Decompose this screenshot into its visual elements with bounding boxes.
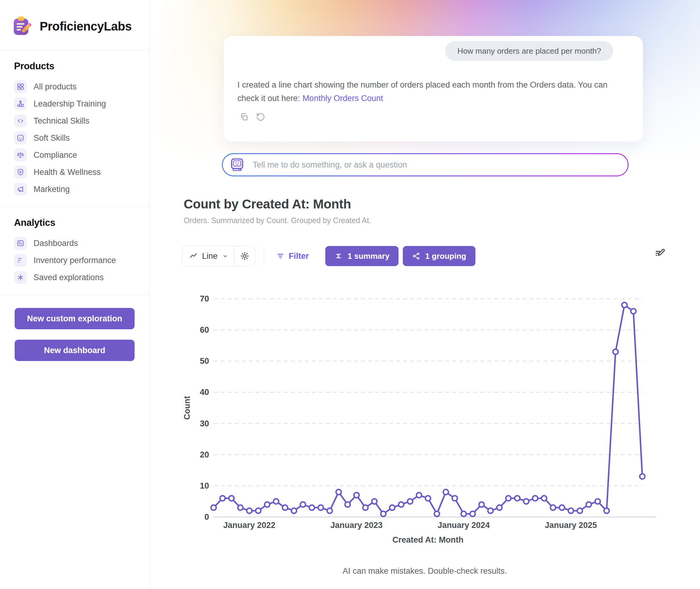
products-section: Products All products Leaders — [0, 50, 149, 207]
assistant-message: I created a line chart showing the numbe… — [237, 78, 619, 105]
scales-icon — [14, 149, 27, 162]
proficiencylabs-logo-icon — [10, 15, 34, 38]
grouping-label: 1 grouping — [425, 251, 466, 261]
sidebar-buttons: New custom exploration New dashboard — [0, 295, 149, 374]
filter-button[interactable]: Filter — [272, 251, 312, 261]
sidebar: ProficiencyLabs Products All products — [0, 0, 150, 589]
analytics-section: Analytics Dashboards Inventory performan… — [0, 207, 149, 295]
svg-text:70: 70 — [200, 294, 209, 304]
summary-label: 1 summary — [347, 251, 389, 261]
svg-text:50: 50 — [200, 357, 209, 366]
svg-text:Count: Count — [183, 396, 192, 420]
assistant-message-text: I created a line chart showing the numbe… — [237, 80, 608, 103]
app-window: ProficiencyLabs Products All products — [0, 0, 700, 589]
sidebar-item-label: Marketing — [34, 185, 70, 194]
svg-text:January 2024: January 2024 — [438, 521, 490, 530]
filter-icon — [276, 252, 285, 260]
products-heading: Products — [14, 61, 137, 72]
gear-icon — [240, 251, 249, 261]
copy-icon[interactable] — [240, 112, 249, 122]
svg-text:January 2023: January 2023 — [330, 521, 383, 530]
edit-chart-button[interactable] — [654, 248, 666, 259]
chart-type-box: Line — [182, 246, 255, 266]
edit-pencil-icon — [654, 248, 666, 259]
sidebar-item-soft-skills[interactable]: Soft Skills — [14, 132, 137, 144]
sidebar-item-label: Saved explorations — [34, 273, 104, 282]
sidebar-item-all-products[interactable]: All products — [14, 80, 137, 93]
message-actions — [240, 112, 265, 122]
sidebar-item-technical-skills[interactable]: Technical Skills — [14, 115, 137, 127]
line-chart-icon — [189, 252, 198, 260]
asterisk-icon — [14, 271, 27, 284]
filter-lines-icon — [14, 254, 27, 267]
chart-type-dropdown[interactable]: Line — [183, 246, 234, 266]
svg-text:0: 0 — [204, 513, 209, 522]
main-content: How many orders are placed per month? I … — [150, 0, 700, 589]
filter-label: Filter — [289, 251, 309, 261]
smiley-icon — [14, 132, 27, 144]
sidebar-item-label: Dashboards — [34, 239, 78, 248]
sidebar-item-marketing[interactable]: Marketing — [14, 183, 137, 196]
svg-text:10: 10 — [200, 481, 209, 490]
grouping-button[interactable]: 1 grouping — [403, 246, 475, 266]
chart-controls: Line — [182, 246, 475, 266]
sidebar-item-label: Technical Skills — [34, 116, 89, 126]
dashboard-icon — [14, 237, 27, 250]
sidebar-item-compliance[interactable]: Compliance — [14, 149, 137, 162]
chart-area: 010203040506070January 2022January 2023J… — [171, 284, 700, 552]
new-dashboard-button[interactable]: New dashboard — [15, 340, 135, 361]
podium-icon — [14, 97, 27, 110]
prompt-input-container — [222, 153, 629, 176]
prompt-input[interactable] — [253, 160, 619, 170]
sidebar-item-label: Soft Skills — [34, 133, 70, 143]
svg-text:January 2022: January 2022 — [223, 521, 275, 530]
grid-icon — [14, 80, 27, 93]
summary-button[interactable]: 1 summary — [325, 246, 399, 266]
branch-icon — [412, 252, 421, 260]
sigma-icon — [334, 252, 343, 260]
controls-divider — [264, 247, 264, 265]
sidebar-item-health-wellness[interactable]: Health & Wellness — [14, 166, 137, 179]
code-icon — [14, 115, 27, 127]
robot-icon — [229, 157, 245, 173]
svg-text:60: 60 — [200, 325, 209, 335]
sidebar-item-label: Compliance — [34, 151, 77, 160]
chart-type-label: Line — [202, 251, 218, 261]
user-message-bubble: How many orders are placed per month? — [445, 41, 613, 61]
page-subtitle: Orders. Summarized by Count. Grouped by … — [184, 216, 371, 225]
sidebar-item-label: Health & Wellness — [34, 168, 101, 177]
orders-line-chart: 010203040506070January 2022January 2023J… — [171, 284, 700, 552]
analytics-heading: Analytics — [14, 217, 137, 228]
sidebar-item-saved-explorations[interactable]: Saved explorations — [14, 271, 137, 284]
megaphone-icon — [14, 183, 27, 196]
sidebar-item-label: All products — [34, 82, 76, 91]
page-title: Count by Created At: Month — [184, 197, 351, 211]
ai-disclaimer: AI can make mistakes. Double-check resul… — [150, 566, 700, 576]
sidebar-item-label: Inventory performance — [34, 256, 116, 265]
sidebar-item-inventory-performance[interactable]: Inventory performance — [14, 254, 137, 267]
brand: ProficiencyLabs — [0, 0, 149, 50]
shield-plus-icon — [14, 166, 27, 179]
new-custom-exploration-button[interactable]: New custom exploration — [15, 308, 135, 329]
monthly-orders-count-link[interactable]: Monthly Orders Count — [302, 94, 383, 103]
svg-text:January 2025: January 2025 — [545, 521, 597, 530]
retry-icon[interactable] — [256, 112, 265, 122]
chart-settings-button[interactable] — [235, 251, 255, 261]
sidebar-item-leadership-training[interactable]: Leadership Training — [14, 97, 137, 110]
brand-name: ProficiencyLabs — [40, 19, 132, 33]
svg-text:40: 40 — [200, 388, 209, 397]
chevron-down-icon — [222, 253, 229, 259]
svg-text:Created At: Month: Created At: Month — [393, 535, 464, 545]
svg-text:20: 20 — [200, 450, 209, 459]
chat-card: How many orders are placed per month? I … — [224, 36, 643, 142]
sidebar-item-label: Leadership Training — [34, 99, 106, 109]
svg-text:30: 30 — [200, 419, 209, 428]
sidebar-item-dashboards[interactable]: Dashboards — [14, 237, 137, 250]
